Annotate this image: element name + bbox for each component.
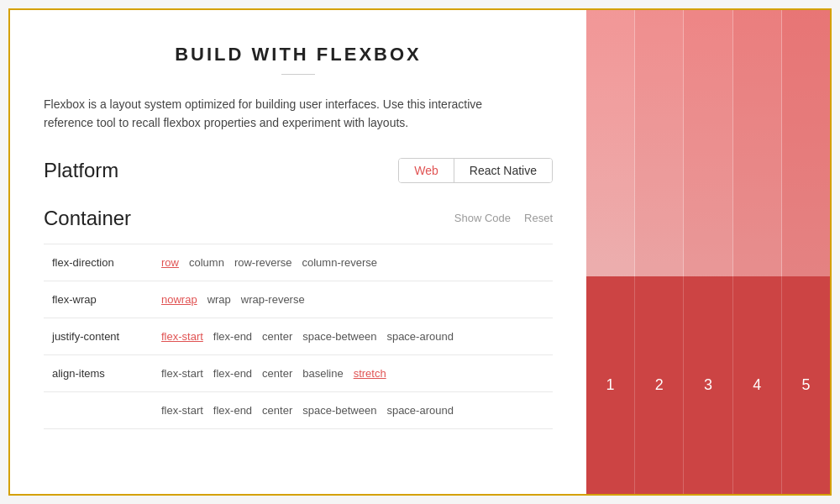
prop-val-nowrap[interactable]: nowrap bbox=[161, 293, 197, 306]
prop-val-jc-flex-start[interactable]: flex-start bbox=[161, 330, 203, 343]
main-panel[interactable]: BUILD WITH FLEXBOX Flexbox is a layout s… bbox=[10, 10, 586, 494]
prop-values-flex-wrap: nowrap wrap wrap-reverse bbox=[161, 293, 544, 306]
show-code-button[interactable]: Show Code bbox=[454, 212, 511, 224]
prop-val-ac-flex-start[interactable]: flex-start bbox=[161, 404, 203, 417]
page-title: BUILD WITH FLEXBOX bbox=[44, 44, 553, 66]
container-header: Container Show Code Reset bbox=[44, 207, 553, 230]
prop-val-ai-stretch[interactable]: stretch bbox=[354, 367, 386, 380]
prop-val-ac-center[interactable]: center bbox=[262, 404, 292, 417]
prop-val-wrap[interactable]: wrap bbox=[207, 293, 231, 306]
title-divider bbox=[281, 74, 315, 75]
table-row: align-items flex-start flex-end center b… bbox=[44, 354, 553, 391]
prop-name-flex-direction: flex-direction bbox=[44, 244, 153, 281]
table-row: flex-wrap nowrap wrap wrap-reverse bbox=[44, 281, 553, 318]
prop-val-ac-space-between[interactable]: space-between bbox=[302, 404, 376, 417]
visualization-top bbox=[586, 10, 830, 276]
prop-val-ai-flex-end[interactable]: flex-end bbox=[213, 367, 252, 380]
prop-val-column-reverse[interactable]: column-reverse bbox=[302, 256, 378, 269]
container-label: Container bbox=[44, 207, 454, 230]
prop-val-wrap-reverse[interactable]: wrap-reverse bbox=[241, 293, 305, 306]
visualization-bottom: 1 2 3 4 5 bbox=[586, 276, 830, 494]
table-row: flex-direction row column row-reverse co… bbox=[44, 244, 553, 281]
prop-name-flex-wrap: flex-wrap bbox=[44, 281, 153, 318]
container-actions: Show Code Reset bbox=[454, 212, 553, 224]
table-row: flex-start flex-end center space-between… bbox=[44, 391, 553, 428]
viz-col-5 bbox=[782, 10, 830, 276]
visualization-panel: 1 2 3 4 5 bbox=[586, 10, 830, 494]
platform-web-button[interactable]: Web bbox=[399, 159, 454, 182]
platform-toggle: Web React Native bbox=[398, 158, 553, 183]
platform-section: Platform Web React Native bbox=[44, 158, 553, 183]
platform-label: Platform bbox=[44, 159, 398, 182]
viz-col-3 bbox=[684, 10, 732, 276]
prop-val-jc-space-around[interactable]: space-around bbox=[386, 330, 454, 343]
page-description: Flexbox is a layout system optimized for… bbox=[44, 95, 531, 133]
prop-val-ac-flex-end[interactable]: flex-end bbox=[213, 404, 252, 417]
prop-val-jc-flex-end[interactable]: flex-end bbox=[213, 330, 252, 343]
prop-val-column[interactable]: column bbox=[189, 256, 224, 269]
viz-col-4 bbox=[733, 10, 782, 276]
properties-table: flex-direction row column row-reverse co… bbox=[44, 244, 553, 429]
viz-box-5: 5 bbox=[782, 276, 830, 494]
viz-col-1 bbox=[586, 10, 635, 276]
viz-box-1: 1 bbox=[586, 276, 635, 494]
prop-val-jc-center[interactable]: center bbox=[262, 330, 292, 343]
prop-val-row[interactable]: row bbox=[161, 256, 179, 269]
prop-name-align-content bbox=[44, 391, 153, 428]
prop-val-ai-flex-start[interactable]: flex-start bbox=[161, 367, 203, 380]
prop-name-justify-content: justify-content bbox=[44, 318, 153, 354]
prop-val-jc-space-between[interactable]: space-between bbox=[302, 330, 376, 343]
viz-box-2: 2 bbox=[635, 276, 684, 494]
viz-box-4: 4 bbox=[733, 276, 782, 494]
reset-button[interactable]: Reset bbox=[524, 212, 553, 224]
prop-values-align-content: flex-start flex-end center space-between… bbox=[161, 404, 544, 417]
table-row: justify-content flex-start flex-end cent… bbox=[44, 318, 553, 354]
prop-val-ai-center[interactable]: center bbox=[262, 367, 292, 380]
prop-values-align-items: flex-start flex-end center baseline stre… bbox=[161, 367, 544, 380]
prop-val-row-reverse[interactable]: row-reverse bbox=[234, 256, 292, 269]
prop-name-align-items: align-items bbox=[44, 354, 153, 391]
prop-values-justify-content: flex-start flex-end center space-between… bbox=[161, 330, 544, 343]
prop-val-ac-space-around[interactable]: space-around bbox=[386, 404, 454, 417]
viz-box-3: 3 bbox=[684, 276, 732, 494]
viz-col-2 bbox=[635, 10, 684, 276]
prop-values-flex-direction: row column row-reverse column-reverse bbox=[161, 256, 544, 269]
platform-react-native-button[interactable]: React Native bbox=[454, 159, 552, 182]
prop-val-ai-baseline[interactable]: baseline bbox=[302, 367, 343, 380]
